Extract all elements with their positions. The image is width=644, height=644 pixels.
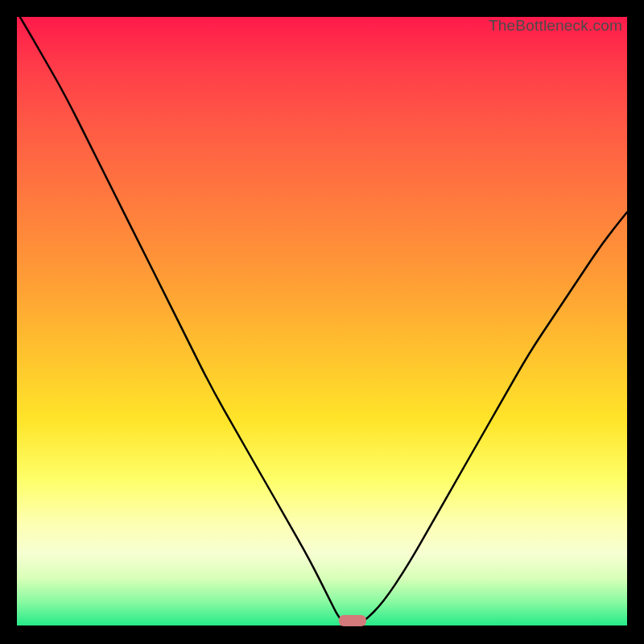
minimum-marker — [339, 615, 366, 626]
chart-frame: TheBottleneck.com — [0, 0, 644, 644]
chart-svg — [17, 17, 627, 627]
bottleneck-curve — [20, 17, 627, 625]
chart-plot-area: TheBottleneck.com — [17, 17, 627, 627]
